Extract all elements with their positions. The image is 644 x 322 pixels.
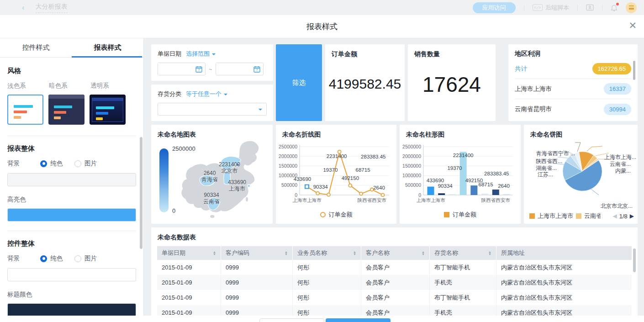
cancel-button[interactable] [259, 318, 324, 322]
report-section-title: 报表整体 [7, 144, 136, 153]
widget-bg-swatch[interactable] [7, 268, 136, 281]
contact-card-icon[interactable] [586, 4, 594, 11]
sort-icon[interactable]: ▲▼ [353, 251, 356, 256]
table-cell: 会员客户 [361, 305, 430, 316]
date-filter-label: 单据日期 [158, 50, 181, 58]
line-chart-title: 未命名折线图 [276, 125, 396, 139]
svg-text:0: 0 [418, 192, 421, 198]
sidebar-scrollbar[interactable] [140, 137, 143, 249]
column-header[interactable]: 客户编码▲▼ [221, 246, 293, 260]
date-start-field[interactable] [158, 63, 195, 75]
calendar-icon[interactable]: 7 [195, 66, 202, 73]
svg-text:上海市上海市: 上海市上海市 [417, 197, 446, 203]
region-profit-scrollbar[interactable] [633, 61, 635, 80]
bar-chart-card: 未命名柱形图 050000010000001500000200000025000… [400, 125, 521, 224]
region-profit-row: 云南省昆明市30994 [515, 99, 631, 119]
theme-transparent-thumbnail[interactable] [90, 95, 126, 125]
tab-widget-style[interactable]: 控件样式 [0, 38, 72, 57]
theme-light-thumbnail[interactable] [7, 95, 43, 125]
category-select[interactable] [158, 103, 267, 116]
highlight-color-swatch[interactable] [7, 208, 136, 222]
table-header-row: 单据日期▲▼客户编码▲▼业务员名称▲▼客户名称▲▼存货名称▲▼所属地址 [157, 246, 632, 260]
theme-label-light: 浅色系 [7, 82, 49, 90]
table-cell: 手机壳 [430, 275, 496, 290]
date-end-field[interactable] [216, 63, 253, 75]
radio-image[interactable] [74, 255, 81, 262]
svg-text:433690: 433690 [294, 176, 311, 182]
table-cell: 0999 [221, 275, 293, 290]
range-separator: ~ [209, 66, 212, 73]
sort-icon[interactable]: ▲▼ [285, 251, 288, 256]
svg-text:陕西省西安市: 陕西省西安市 [358, 197, 387, 203]
table-cell: 何彤 [293, 305, 361, 316]
table-scrollbar[interactable] [633, 248, 636, 272]
tab-report-style[interactable]: 报表样式 [72, 38, 143, 57]
column-label: 所属地址 [501, 249, 525, 257]
close-icon[interactable]: ✕ [628, 21, 637, 30]
divider [7, 136, 136, 136]
date-end-input[interactable]: 7 [216, 63, 264, 75]
notification-bell-icon[interactable] [611, 4, 618, 11]
table-cell: 内蒙古自治区包头市东河区 [496, 290, 632, 305]
style-sidebar: 控件样式 报表样式 风格 浅色系 暗色系 透明系 报表整体 背景 纯色 图片 高… [0, 38, 144, 322]
column-header[interactable]: 存货名称▲▼ [430, 246, 496, 260]
map-chart-card: 未命名地图表 2500000 0 2231400北京市 2640青海省 4336… [151, 125, 273, 224]
table-cell: 何彤 [293, 260, 361, 275]
region-profit-row: 上海市上海市16337 [515, 79, 631, 99]
prev-page-icon[interactable]: ◀ [612, 213, 617, 219]
pie-callout-label: 北京市北京... [601, 202, 633, 210]
radio-image[interactable] [74, 160, 81, 167]
date-start-input[interactable]: 7 [158, 63, 206, 75]
column-header[interactable]: 业务员名称▲▼ [293, 246, 361, 260]
date-operator-dropdown[interactable]: 选择范围 [186, 50, 216, 58]
legend-swatch [529, 213, 535, 219]
next-page-icon[interactable]: ▶ [630, 213, 634, 219]
theme-dark-thumbnail[interactable] [48, 95, 84, 125]
report-bg-swatch[interactable] [7, 173, 136, 186]
svg-text:492150: 492150 [342, 175, 359, 181]
table-cell: 会员客户 [361, 260, 430, 275]
table-cell: 内蒙古自治区包头市东河区 [496, 260, 632, 275]
legend-marker [320, 212, 326, 217]
radio-solid-color[interactable] [40, 160, 47, 167]
backend-script-button[interactable]: 后端脚本 [545, 4, 569, 12]
theme-thumbnails [7, 95, 136, 125]
radio-solid-color[interactable] [40, 255, 47, 262]
line-chart: 05000001000000150000020000002500000上海市上海… [279, 141, 392, 210]
filter-button[interactable]: 筛选 [276, 44, 322, 121]
report-title[interactable]: 大分析报表 [36, 3, 68, 13]
kpi-value: 17624 [408, 72, 496, 97]
divider [577, 5, 578, 11]
bar-chart-legend[interactable]: 订单金额 [400, 211, 521, 219]
legend-marker [444, 212, 449, 217]
sort-icon[interactable]: ▲▼ [488, 251, 491, 256]
table-cell: 布丁智能手机 [430, 290, 496, 305]
sidebar-tabs: 控件样式 报表样式 [0, 38, 143, 58]
table-cell: 0999 [221, 260, 293, 275]
sort-icon[interactable]: ▲▼ [422, 251, 425, 256]
svg-text:2000000: 2000000 [402, 153, 421, 159]
category-operator-dropdown[interactable]: 等于任意一个 [186, 90, 227, 98]
region-label: 上海市上海市 [515, 85, 552, 93]
region-profit-row: 共计162726.65 [515, 59, 631, 79]
calendar-icon[interactable]: 7 [253, 66, 260, 73]
highlight-label: 高亮色 [7, 195, 136, 204]
pie-legend-items[interactable]: 上海市上海市云南省昆明市 [529, 212, 601, 220]
table-cell: 何彤 [293, 275, 361, 290]
pie-legend: 上海市上海市云南省昆明市 ◀ 1/8 ▶ [529, 212, 634, 220]
bar-chart: 05000001000000150000020000002500000上海市上海… [402, 141, 516, 210]
map-point-label: 2640青海省 [201, 170, 218, 183]
user-avatar[interactable] [626, 2, 637, 13]
back-icon[interactable]: ‹ [22, 3, 25, 12]
kpi-title: 销售数量 [408, 44, 496, 58]
app-access-button[interactable]: 应用访问 [473, 2, 516, 13]
title-color-swatch[interactable] [7, 303, 136, 317]
line-chart-legend[interactable]: 订单金额 [276, 211, 396, 219]
column-header[interactable]: 单据日期▲▼ [157, 246, 221, 260]
category-filter-card: 存货分类 等于任意一个 [151, 84, 273, 121]
column-header[interactable]: 客户名称▲▼ [361, 246, 430, 260]
pie-callout-label: 江苏... [533, 171, 553, 179]
sort-icon[interactable]: ▲▼ [213, 251, 216, 256]
data-table-title: 未命名数据表 [151, 227, 638, 242]
confirm-button[interactable] [326, 318, 391, 322]
